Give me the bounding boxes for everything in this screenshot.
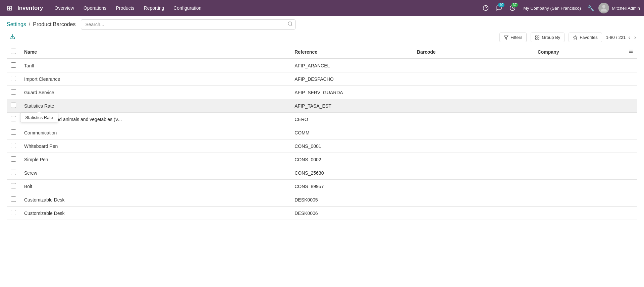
filters-button[interactable]: Filters: [499, 33, 527, 42]
header-name[interactable]: Name: [20, 45, 290, 59]
table-row: Guard ServiceAFIP_SERV_GUARDA: [7, 86, 637, 99]
row-company: [534, 193, 625, 207]
row-checkbox[interactable]: [11, 116, 16, 121]
row-reference: CERO: [290, 113, 413, 126]
menu-operations[interactable]: Operations: [79, 0, 111, 16]
row-settings-col: [625, 139, 637, 153]
pagination-text: 1-80 / 221: [606, 35, 626, 40]
search-input[interactable]: [81, 19, 296, 30]
table-row: Statistics RateStatistics RateAFIP_TASA_…: [7, 99, 637, 113]
row-name[interactable]: Non-industrialized animals and vegetable…: [20, 113, 290, 126]
row-barcode: [413, 193, 534, 207]
row-settings-col: [625, 180, 637, 193]
settings-wrench-icon[interactable]: 🔧: [586, 5, 596, 11]
row-reference: AFIP_SERV_GUARDA: [290, 86, 413, 99]
row-checkbox[interactable]: [11, 170, 16, 175]
row-checkbox[interactable]: [11, 129, 16, 135]
header-checkbox-col: [7, 45, 20, 59]
row-checkbox[interactable]: [11, 196, 16, 202]
row-checkbox[interactable]: [11, 89, 16, 95]
row-reference: CONS_0001: [290, 139, 413, 153]
row-reference: AFIP_DESPACHO: [290, 72, 413, 86]
user-avatar[interactable]: [598, 3, 609, 13]
row-name[interactable]: Simple Pen: [20, 153, 290, 166]
row-checkbox[interactable]: [11, 103, 16, 108]
prev-page-button[interactable]: ‹: [627, 34, 631, 41]
row-company: [534, 113, 625, 126]
pagination-info: 1-80 / 221 ‹ ›: [606, 34, 637, 41]
select-all-checkbox[interactable]: [11, 49, 16, 54]
company-name[interactable]: My Company (San Francisco): [521, 6, 584, 11]
menu-reporting[interactable]: Reporting: [139, 0, 169, 16]
row-checkbox[interactable]: [11, 210, 16, 215]
header-reference[interactable]: Reference: [290, 45, 413, 59]
row-name[interactable]: Import Clearance: [20, 72, 290, 86]
apps-menu-icon[interactable]: ⊞: [4, 3, 15, 13]
row-checkbox[interactable]: [11, 183, 16, 188]
menu-configuration[interactable]: Configuration: [169, 0, 206, 16]
svg-rect-9: [538, 36, 539, 37]
next-page-button[interactable]: ›: [633, 34, 637, 41]
favorites-button[interactable]: Favorites: [569, 33, 602, 42]
table-row: TariffAFIP_ARANCEL: [7, 59, 637, 72]
row-settings-col: [625, 166, 637, 180]
table-row: Customizable DeskDESK0006: [7, 207, 637, 220]
search-icon[interactable]: [287, 21, 293, 28]
menu-products[interactable]: Products: [111, 0, 139, 16]
row-settings-col: [625, 113, 637, 126]
row-checkbox[interactable]: [11, 62, 16, 68]
username-label[interactable]: Mitchell Admin: [612, 6, 640, 11]
row-name[interactable]: Screw: [20, 166, 290, 180]
breadcrumb-current-page: Product Barcodes: [33, 21, 75, 27]
row-name[interactable]: Whiteboard Pen: [20, 139, 290, 153]
table-row: CommunicationCOMM: [7, 126, 637, 139]
row-settings-col: [625, 99, 637, 113]
column-settings-button[interactable]: [629, 49, 633, 55]
svg-marker-7: [504, 36, 508, 39]
row-settings-col: [625, 59, 637, 72]
row-name[interactable]: Customizable Desk: [20, 207, 290, 220]
table-row: Customizable DeskDESK0005: [7, 193, 637, 207]
row-name[interactable]: Guard Service: [20, 86, 290, 99]
activity-icon-btn[interactable]: 37: [507, 3, 518, 13]
export-button[interactable]: [7, 32, 18, 43]
row-checkbox[interactable]: [11, 143, 16, 148]
table-row: Whiteboard PenCONS_0001: [7, 139, 637, 153]
support-icon-btn[interactable]: [480, 3, 491, 13]
messages-badge: 10: [498, 3, 504, 7]
product-barcodes-table: Name Reference Barcode Company TariffAFI…: [7, 45, 637, 220]
toolbar-left: [7, 32, 18, 43]
groupby-button[interactable]: Group By: [531, 33, 565, 42]
table-section: Name Reference Barcode Company TariffAFI…: [0, 45, 644, 220]
row-name[interactable]: Communication: [20, 126, 290, 139]
breadcrumb-settings-link[interactable]: Settings: [7, 21, 26, 27]
row-settings-col: [625, 153, 637, 166]
row-name[interactable]: Statistics RateStatistics Rate: [20, 99, 290, 113]
row-name[interactable]: Tariff: [20, 59, 290, 72]
row-company: [534, 180, 625, 193]
row-reference: COMM: [290, 126, 413, 139]
svg-point-3: [602, 5, 605, 8]
row-checkbox[interactable]: [11, 156, 16, 162]
row-checkbox[interactable]: [11, 76, 16, 81]
svg-rect-11: [536, 38, 537, 39]
menu-overview[interactable]: Overview: [50, 0, 79, 16]
header-barcode[interactable]: Barcode: [413, 45, 534, 59]
row-reference: AFIP_ARANCEL: [290, 59, 413, 72]
filters-label: Filters: [511, 35, 522, 40]
row-name[interactable]: Bolt: [20, 180, 290, 193]
row-name[interactable]: Customizable Desk: [20, 193, 290, 207]
row-barcode: [413, 180, 534, 193]
row-reference: DESK0005: [290, 193, 413, 207]
topnav-right-area: 10 37 My Company (San Francisco) 🔧 Mitch…: [480, 3, 640, 13]
messages-icon-btn[interactable]: 10: [494, 3, 504, 13]
app-brand[interactable]: Inventory: [17, 5, 43, 11]
table-row: Simple PenCONS_0002: [7, 153, 637, 166]
row-reference: CONS_25630: [290, 166, 413, 180]
row-settings-col: [625, 207, 637, 220]
row-barcode: [413, 126, 534, 139]
row-settings-col: [625, 126, 637, 139]
row-barcode: [413, 59, 534, 72]
activity-badge: 37: [512, 3, 518, 7]
header-company[interactable]: Company: [534, 45, 625, 59]
